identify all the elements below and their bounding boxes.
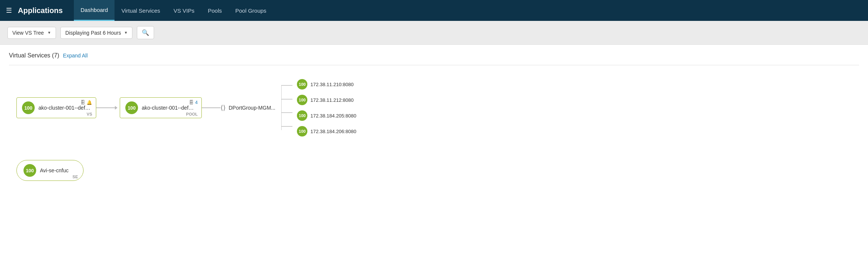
server-badge: 100 <box>297 126 307 136</box>
chevron-down-icon: ▼ <box>124 31 128 35</box>
time-range-dropdown[interactable]: Displaying Past 6 Hours ▼ <box>60 27 132 39</box>
nav-vs-vips[interactable]: VS VIPs <box>167 0 201 21</box>
section-divider <box>9 65 859 65</box>
se-label: SE <box>72 175 78 179</box>
dport-servers-section: ⟨⟩ DPortGroup-MGM... 100 <box>220 78 356 138</box>
top-navigation: ☰ Applications Dashboard Virtual Service… <box>0 0 868 21</box>
expand-all-link[interactable]: Expand All <box>63 53 88 59</box>
se-node[interactable]: 100 Avi-se-cnfuc SE <box>16 160 84 181</box>
search-icon: 🔍 <box>142 29 149 36</box>
pool-to-dport-connector <box>202 107 220 108</box>
database-icon: 🗄 <box>189 100 194 105</box>
dport-name: DPortGroup-MGM... <box>229 105 275 111</box>
server-address: 172.38.11.212:8080 <box>310 97 354 103</box>
diagram-area: 🗄 🔔 100 ako-cluster-001--defaul... VS 🗄 … <box>9 74 859 185</box>
server-node-1: 100 172.38.11.210:8080 <box>297 79 356 90</box>
se-badge: 100 <box>23 164 36 177</box>
vs-label: VS <box>87 112 92 116</box>
server-node-4: 100 172.38.184.206:8080 <box>297 126 356 136</box>
view-label: View VS Tree <box>12 30 44 36</box>
nav-pools[interactable]: Pools <box>201 0 229 21</box>
dportgroup-node[interactable]: ⟨⟩ DPortGroup-MGM... <box>220 104 275 112</box>
nav-pool-groups[interactable]: Pool Groups <box>229 0 273 21</box>
server-badge: 100 <box>297 95 307 105</box>
server-node-3: 100 172.38.184.205:8080 <box>297 110 356 121</box>
servers-column: 100 172.38.11.210:8080 100 172.38.11.212… <box>297 79 356 136</box>
pool-badge: 100 <box>125 101 138 114</box>
connector-line <box>202 107 220 108</box>
branch-svg <box>281 78 292 138</box>
arrow-icon <box>115 106 117 110</box>
chevron-down-icon: ▼ <box>47 31 51 35</box>
vs-badge: 100 <box>22 101 35 114</box>
nav-dashboard[interactable]: Dashboard <box>74 0 115 21</box>
search-button[interactable]: 🔍 <box>137 26 154 39</box>
se-name: Avi-se-cnfuc <box>40 167 69 173</box>
main-content: Virtual Services (7) Expand All 🗄 🔔 100 … <box>0 45 868 270</box>
vs-row-1: 🗄 🔔 100 ako-cluster-001--defaul... VS 🗄 … <box>9 78 859 138</box>
server-address: 172.38.11.210:8080 <box>310 82 354 87</box>
app-title: Applications <box>18 6 63 15</box>
vs-to-pool-connector <box>96 106 117 110</box>
toolbar: View VS Tree ▼ Displaying Past 6 Hours ▼… <box>0 21 868 45</box>
section-title: Virtual Services (7) <box>9 52 59 59</box>
pool-node[interactable]: 🗄 4 100 ako-cluster-001--defaul... POOL <box>120 97 202 118</box>
server-address: 172.38.184.206:8080 <box>310 129 356 134</box>
vs-node[interactable]: 🗄 🔔 100 ako-cluster-001--defaul... VS <box>16 97 96 118</box>
bell-icon: 🔔 <box>87 100 92 105</box>
server-badge: 100 <box>297 79 307 90</box>
time-label: Displaying Past 6 Hours <box>65 30 121 36</box>
view-vs-tree-dropdown[interactable]: View VS Tree ▼ <box>7 27 56 39</box>
database-icon: 🗄 <box>81 100 85 105</box>
pool-node-icons: 🗄 4 <box>189 100 198 105</box>
server-badge: 100 <box>297 110 307 121</box>
vs-node-icons: 🗄 🔔 <box>81 100 92 105</box>
server-node-2: 100 172.38.11.212:8080 <box>297 95 356 105</box>
share-icon: ⟨⟩ <box>220 104 226 112</box>
pool-count: 4 <box>195 100 198 105</box>
vs-name: ako-cluster-001--defaul... <box>38 105 91 111</box>
pool-label: POOL <box>186 112 198 116</box>
se-row: 100 Avi-se-cnfuc SE <box>9 160 859 181</box>
connector-line <box>96 107 115 108</box>
nav-virtual-services[interactable]: Virtual Services <box>115 0 167 21</box>
pool-name: ako-cluster-001--defaul... <box>142 105 194 111</box>
section-header: Virtual Services (7) Expand All <box>9 52 859 59</box>
hamburger-icon[interactable]: ☰ <box>6 6 12 15</box>
server-address: 172.38.184.205:8080 <box>310 113 356 119</box>
